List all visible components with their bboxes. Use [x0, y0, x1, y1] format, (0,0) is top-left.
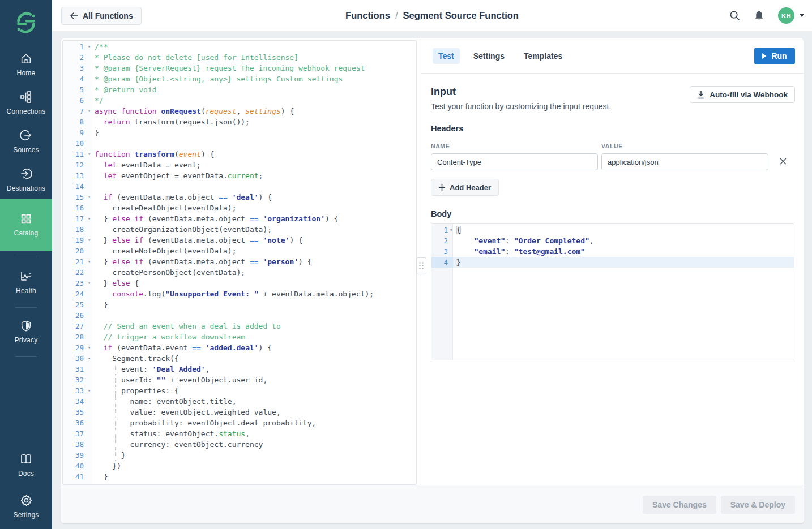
fold-arrow-icon[interactable]: ▾	[88, 213, 91, 224]
code-line: 31 event: 'Deal Added',	[63, 364, 416, 375]
code-text	[91, 310, 95, 321]
chevron-down-icon[interactable]	[800, 14, 804, 17]
line-number: 10	[63, 138, 91, 149]
tab-settings[interactable]: Settings	[468, 48, 510, 64]
code-text: "event": "Order Completed",	[453, 235, 594, 246]
code-text: } else if (eventData.meta.object == 'per…	[91, 256, 312, 267]
code-text: return transform(request.json());	[91, 117, 250, 127]
code-text: }	[91, 471, 108, 482]
code-text: "email": "test@gmail.com"	[453, 246, 585, 257]
code-line: 30▾ Segment.track({	[63, 353, 416, 364]
fold-arrow-icon[interactable]: ▾	[88, 342, 91, 353]
home-icon	[20, 53, 32, 65]
test-panel: Test Settings Templates Run Input Test y…	[421, 38, 804, 485]
destinations-icon	[19, 167, 33, 180]
line-number: 41	[63, 471, 91, 482]
sidebar-item-privacy[interactable]: Privacy	[0, 313, 52, 351]
fold-arrow-icon[interactable]: ▾	[88, 106, 91, 117]
tab-templates[interactable]: Templates	[518, 48, 568, 64]
add-header-button[interactable]: Add Header	[431, 179, 499, 196]
fold-arrow-icon[interactable]: ▾	[450, 225, 452, 235]
plus-icon	[439, 184, 445, 191]
line-number: 31	[63, 364, 91, 375]
header-value-input[interactable]	[601, 153, 768, 170]
code-line: 1▾{	[431, 225, 794, 235]
line-number: 15▾	[63, 192, 91, 203]
line-number: 20	[63, 246, 91, 256]
sidebar-item-connections[interactable]: Connections	[0, 84, 52, 122]
fold-arrow-icon[interactable]: ▾	[88, 256, 91, 267]
line-number: 2	[431, 235, 453, 246]
fold-arrow-icon[interactable]: ▾	[88, 149, 91, 160]
line-number: 37	[63, 428, 91, 439]
active-line-highlight	[453, 257, 794, 268]
code-line: 7▾async function onRequest(request, sett…	[63, 106, 416, 117]
code-text	[91, 138, 95, 149]
sidebar-item-label: Connections	[7, 107, 46, 115]
sidebar-item-health[interactable]: Health	[0, 263, 52, 302]
autofill-webhook-button[interactable]: Auto-fill via Webhook	[690, 86, 795, 103]
code-line: 29▾ if (eventData.event == 'added.deal')…	[63, 342, 416, 353]
code-line: 4* @param {Object.<string, any>} setting…	[63, 74, 416, 84]
sidebar-item-sources[interactable]: Sources	[0, 122, 52, 161]
sidebar-item-catalog[interactable]: Catalog	[0, 199, 52, 251]
line-number: 32	[63, 375, 91, 385]
value-column-label: VALUE	[601, 143, 772, 149]
code-text: } else if (eventData.meta.object == 'not…	[91, 235, 303, 246]
line-number: 4	[431, 257, 453, 268]
all-functions-button[interactable]: All Functions	[61, 7, 142, 25]
code-text: async function onRequest(request, settin…	[91, 106, 294, 117]
fold-arrow-icon[interactable]: ▾	[88, 278, 91, 289]
line-number: 40	[63, 461, 91, 471]
code-text: createDealObject(eventData);	[91, 203, 236, 213]
breadcrumb-parent[interactable]: Functions	[345, 10, 390, 20]
code-line: 5* @return void	[63, 84, 416, 95]
user-menu[interactable]: KH	[778, 7, 804, 24]
source-code-editor[interactable]: 1▾/**2* Please do not delete [used for I…	[62, 40, 417, 485]
code-line: 6*/	[63, 95, 416, 106]
line-number: 4	[63, 74, 91, 84]
sidebar-item-docs[interactable]: Docs	[0, 446, 52, 484]
segment-logo[interactable]	[14, 0, 39, 46]
run-button[interactable]: Run	[754, 48, 795, 64]
panel-resize-handle[interactable]	[416, 257, 426, 274]
notifications-button[interactable]	[754, 10, 764, 21]
code-line: 35 value: eventObject.weighted_value,	[63, 407, 416, 418]
run-label: Run	[771, 51, 787, 61]
fold-arrow-icon[interactable]: ▾	[88, 41, 91, 52]
code-text: // trigger a workflow downstream	[91, 332, 245, 342]
search-button[interactable]	[729, 10, 740, 21]
remove-header-button[interactable]	[779, 156, 788, 167]
line-number: 12	[63, 160, 91, 170]
fold-arrow-icon[interactable]: ▾	[88, 192, 91, 203]
save-changes-button[interactable]: Save Changes	[643, 496, 716, 514]
sidebar-item-label: Sources	[13, 146, 39, 154]
code-text: console.log("Unsupported Event: " + even…	[91, 289, 374, 299]
line-number: 29▾	[63, 342, 91, 353]
sidebar-item-destinations[interactable]: Destinations	[0, 161, 52, 199]
code-line: 21▾ } else if (eventData.meta.object == …	[63, 256, 416, 267]
fold-arrow-icon[interactable]: ▾	[88, 353, 91, 364]
editor-footer: Save Changes Save & Deploy	[61, 485, 804, 523]
fold-arrow-icon[interactable]: ▾	[88, 385, 91, 396]
tab-test[interactable]: Test	[433, 48, 460, 64]
sidebar-item-label: Home	[17, 69, 36, 77]
fold-arrow-icon[interactable]: ▾	[88, 235, 91, 246]
sidebar-item-home[interactable]: Home	[0, 46, 52, 84]
function-editor-card: 1▾/**2* Please do not delete [used for I…	[61, 38, 804, 523]
sidebar-item-settings[interactable]: Settings	[0, 488, 52, 526]
code-line: 3* @param {ServerRequest} request The in…	[63, 63, 416, 74]
code-text: let eventObject = eventData.current;	[91, 170, 263, 181]
header-name-input[interactable]	[431, 153, 598, 170]
code-text: }	[91, 482, 99, 485]
code-line: 10	[63, 138, 416, 149]
sidebar-item-label: Privacy	[15, 336, 38, 344]
panel-tabs: Test Settings Templates Run	[421, 38, 804, 74]
avatar[interactable]: KH	[778, 7, 794, 24]
line-number: 18	[63, 224, 91, 235]
code-line: 9}	[63, 127, 416, 138]
code-line: 36 probability: eventObject.deal_probabi…	[63, 418, 416, 428]
save-deploy-button[interactable]: Save & Deploy	[721, 496, 795, 514]
body-json-editor[interactable]: 1▾{2 "event": "Order Completed",3 "email…	[431, 223, 794, 360]
line-number: 3	[63, 63, 91, 74]
